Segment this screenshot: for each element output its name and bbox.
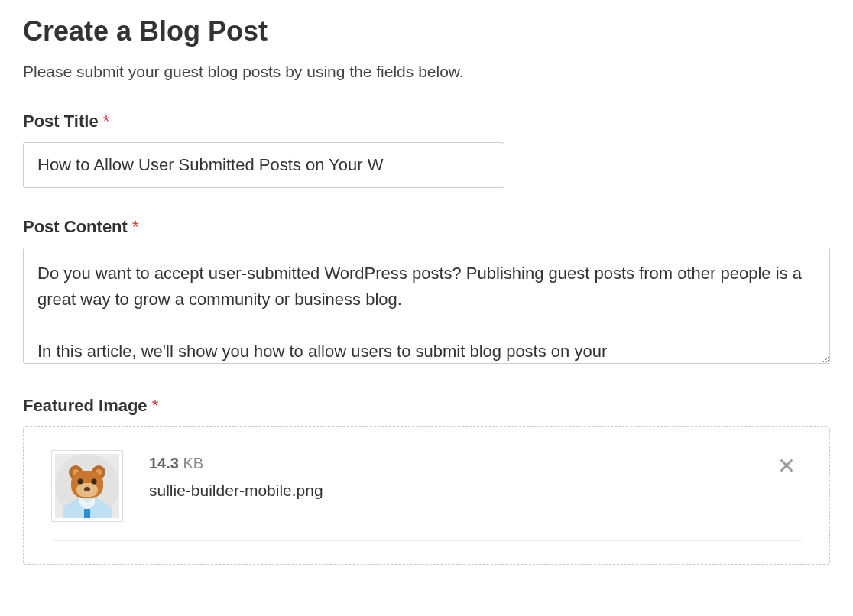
file-size: 14.3 KB: [149, 455, 323, 472]
post-title-label: Post Title *: [23, 112, 830, 131]
file-info: 14.3 KB sullie-builder-mobile.png: [123, 450, 323, 500]
post-title-field: Post Title *: [23, 112, 830, 188]
required-marker: *: [103, 112, 110, 131]
post-title-label-text: Post Title: [23, 112, 99, 131]
required-marker: *: [152, 396, 159, 415]
post-content-label: Post Content *: [23, 217, 830, 237]
avatar-icon: [55, 454, 119, 518]
featured-image-label-text: Featured Image: [23, 396, 148, 415]
file-size-value: 14.3: [149, 455, 179, 472]
required-marker: *: [132, 217, 139, 236]
post-content-textarea[interactable]: [23, 248, 830, 364]
remove-file-button[interactable]: [776, 455, 797, 476]
close-icon: [778, 457, 795, 474]
file-name: sullie-builder-mobile.png: [149, 481, 323, 500]
post-content-label-text: Post Content: [23, 217, 128, 236]
svg-rect-10: [84, 509, 90, 518]
post-content-field: Post Content *: [23, 217, 830, 367]
svg-point-8: [92, 479, 97, 485]
file-thumbnail: [51, 450, 123, 522]
featured-image-label: Featured Image *: [23, 396, 830, 416]
post-title-input[interactable]: [23, 142, 504, 188]
featured-image-field: Featured Image *: [23, 396, 830, 565]
page-title: Create a Blog Post: [23, 15, 830, 47]
file-divider: [51, 540, 802, 541]
svg-point-7: [78, 479, 83, 485]
featured-image-dropzone[interactable]: 14.3 KB sullie-builder-mobile.png: [23, 426, 830, 565]
uploaded-file-row: 14.3 KB sullie-builder-mobile.png: [51, 450, 802, 522]
file-size-unit: KB: [183, 455, 204, 472]
svg-point-9: [84, 487, 90, 491]
page-description: Please submit your guest blog posts by u…: [23, 63, 830, 81]
